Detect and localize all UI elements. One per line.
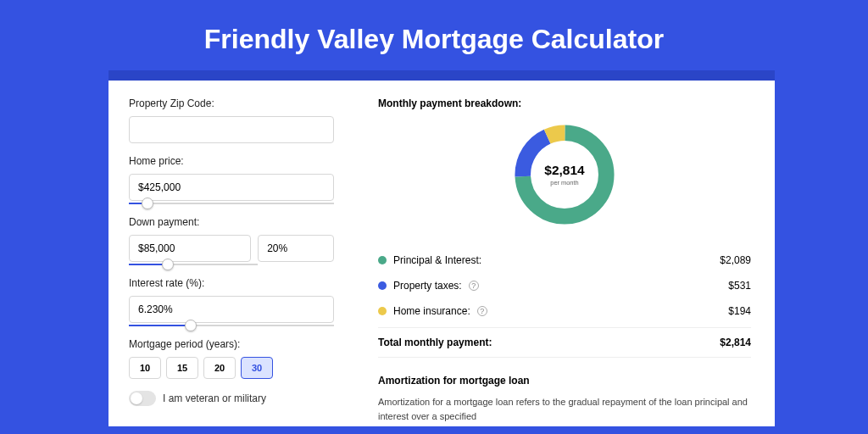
donut-center-value: $2,814 <box>544 163 585 177</box>
legend-value: $2,089 <box>720 254 751 266</box>
period-field: Mortgage period (years): 10 15 20 30 <box>129 338 334 379</box>
veteran-row: I am veteran or military <box>129 391 334 406</box>
legend-value: $531 <box>728 280 751 292</box>
legend-insurance: Home insurance: ? $194 <box>378 298 751 324</box>
legend-label: Property taxes: <box>393 280 462 292</box>
toggle-knob <box>131 392 142 404</box>
calculator-card: Property Zip Code: Home price: Down paym… <box>108 70 775 426</box>
breakdown-title: Monthly payment breakdown: <box>378 97 751 109</box>
period-buttons: 10 15 20 30 <box>129 357 334 379</box>
amort-title: Amortization for mortgage loan <box>378 375 751 387</box>
total-value: $2,814 <box>720 337 751 348</box>
legend-label: Principal & Interest: <box>393 254 481 266</box>
home-price-input[interactable] <box>129 174 334 201</box>
slider-thumb[interactable] <box>162 259 174 270</box>
period-10[interactable]: 10 <box>129 357 161 379</box>
donut-chart: $2,814 per month <box>378 120 751 232</box>
home-price-field: Home price: <box>129 155 334 204</box>
down-payment-field: Down payment: <box>129 216 334 265</box>
donut-center-sub: per month <box>550 179 578 186</box>
amort-text: Amortization for a mortgage loan refers … <box>378 395 751 423</box>
dot-icon <box>378 307 387 315</box>
breakdown-panel: Monthly payment breakdown: $2,814 per mo… <box>354 81 775 426</box>
donut-svg: $2,814 per month <box>509 120 620 230</box>
down-payment-input[interactable] <box>129 235 251 262</box>
legend-principal: Principal & Interest: $2,089 <box>378 248 751 273</box>
slider-thumb[interactable] <box>185 320 197 331</box>
veteran-toggle[interactable] <box>129 391 156 406</box>
dot-icon <box>378 256 387 264</box>
down-payment-slider[interactable] <box>129 264 258 265</box>
legend-label: Home insurance: <box>393 305 470 317</box>
interest-field: Interest rate (%): <box>129 277 334 326</box>
page-title: Friendly Valley Mortgage Calculator <box>0 0 868 70</box>
slider-thumb[interactable] <box>142 198 153 209</box>
form-panel: Property Zip Code: Home price: Down paym… <box>108 81 354 426</box>
dot-icon <box>378 281 387 290</box>
help-icon[interactable]: ? <box>469 281 479 291</box>
interest-slider[interactable] <box>129 325 334 326</box>
total-row: Total monthly payment: $2,814 <box>378 327 751 358</box>
legend-taxes: Property taxes: ? $531 <box>378 273 751 298</box>
home-price-label: Home price: <box>129 155 334 167</box>
down-payment-pct-input[interactable] <box>258 235 334 262</box>
veteran-label: I am veteran or military <box>163 392 266 404</box>
period-15[interactable]: 15 <box>166 357 198 379</box>
period-30[interactable]: 30 <box>241 357 273 379</box>
period-20[interactable]: 20 <box>203 357 236 379</box>
legend-value: $194 <box>728 305 751 317</box>
help-icon[interactable]: ? <box>477 306 487 316</box>
interest-label: Interest rate (%): <box>129 277 334 289</box>
down-payment-label: Down payment: <box>129 216 334 228</box>
total-label: Total monthly payment: <box>378 337 492 348</box>
period-label: Mortgage period (years): <box>129 338 334 350</box>
zip-field: Property Zip Code: <box>129 97 334 143</box>
home-price-slider[interactable] <box>129 203 334 204</box>
zip-input[interactable] <box>129 116 334 143</box>
interest-input[interactable] <box>129 296 334 323</box>
zip-label: Property Zip Code: <box>129 97 334 109</box>
